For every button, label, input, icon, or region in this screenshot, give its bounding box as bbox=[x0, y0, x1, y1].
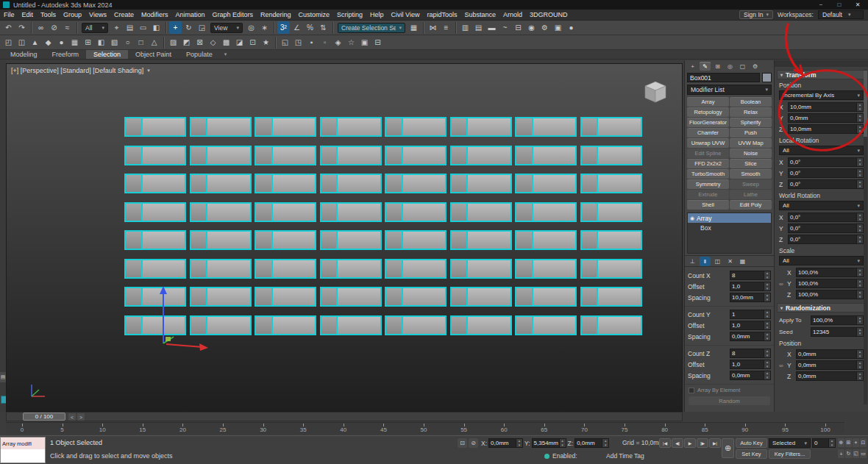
custom-tool-icon[interactable]: ▧ bbox=[108, 36, 121, 49]
array-box[interactable] bbox=[190, 146, 252, 165]
array-box[interactable] bbox=[124, 202, 186, 222]
menu-views[interactable]: Views bbox=[85, 10, 110, 20]
array-box[interactable] bbox=[515, 259, 577, 279]
bind-to-spacewarp-icon[interactable]: ≈ bbox=[61, 21, 74, 34]
z-coordinate-field[interactable]: 0,0mm▴▾ bbox=[574, 438, 609, 448]
tab-freeform[interactable]: Freeform bbox=[45, 50, 87, 59]
modifier-button-uvw-map[interactable]: UVW Map bbox=[730, 138, 772, 148]
array-box[interactable] bbox=[450, 287, 512, 307]
array-box[interactable] bbox=[515, 315, 577, 335]
array-box[interactable] bbox=[385, 174, 447, 193]
menu-scripting[interactable]: Scripting bbox=[333, 10, 366, 20]
rectangular-selection-icon[interactable]: ▭ bbox=[137, 21, 149, 34]
position-offset-y[interactable]: 0,0mm▴▾ bbox=[788, 113, 864, 123]
array-box[interactable] bbox=[255, 146, 316, 165]
spinner-icon[interactable]: ▴▾ bbox=[856, 328, 863, 336]
array-box[interactable] bbox=[580, 174, 642, 193]
tab-selection[interactable]: Selection bbox=[86, 50, 128, 59]
position-offset-z[interactable]: 10,0mm▴▾ bbox=[788, 124, 864, 134]
schematic-view-icon[interactable]: ⊟ bbox=[512, 21, 524, 34]
zoom-all-icon[interactable]: ⊞ bbox=[845, 438, 852, 447]
array-box[interactable] bbox=[385, 202, 447, 222]
y-coordinate-field[interactable]: 5,354mm▴▾ bbox=[532, 438, 566, 448]
spinner-icon[interactable]: ▴▾ bbox=[602, 439, 608, 447]
array-by-element-row[interactable]: Array By Element bbox=[685, 385, 774, 394]
menu-help[interactable]: Help bbox=[366, 10, 388, 20]
randomization-apply-to[interactable]: 100,0%▴▾ bbox=[811, 315, 864, 325]
modifier-button-noise[interactable]: Noise bbox=[730, 149, 772, 158]
custom-tool-icon[interactable]: ○ bbox=[121, 36, 134, 49]
transform-typein-icon[interactable]: ⊡ bbox=[458, 438, 467, 448]
custom-tool-icon[interactable]: ▩ bbox=[220, 36, 232, 49]
percent-snap-icon[interactable]: % bbox=[304, 21, 316, 34]
render-production-icon[interactable]: ● bbox=[565, 21, 577, 34]
show-end-result-icon[interactable]: ‖ bbox=[700, 257, 711, 266]
pan-icon[interactable]: + bbox=[838, 449, 844, 458]
menu-substance[interactable]: Substance bbox=[460, 10, 499, 20]
array-box[interactable] bbox=[450, 315, 512, 335]
stack-item-array[interactable]: ◉Array bbox=[688, 213, 771, 223]
modifier-button-lathe[interactable]: Lathe bbox=[730, 190, 772, 199]
selection-lock-icon[interactable]: ⊘ bbox=[469, 438, 478, 448]
maximize-viewport-icon[interactable]: ◱ bbox=[853, 449, 859, 458]
array-box[interactable] bbox=[255, 287, 316, 307]
ribbon-collapse-icon[interactable]: ▾ bbox=[220, 50, 232, 59]
custom-tool-icon[interactable]: □ bbox=[135, 36, 147, 49]
array-box[interactable] bbox=[190, 117, 252, 137]
x-coordinate-field[interactable]: 0,0mm▴▾ bbox=[488, 438, 523, 448]
array-box[interactable] bbox=[255, 259, 316, 279]
randomization-seed[interactable]: 12345▴▾ bbox=[811, 327, 864, 337]
sign-in-button[interactable]: Sign In ▾ bbox=[739, 10, 773, 19]
rollout-header-randomization[interactable]: ▾Randomization bbox=[777, 303, 866, 313]
array-box[interactable] bbox=[580, 315, 642, 335]
custom-tool-icon[interactable]: ▣ bbox=[358, 36, 371, 49]
auto-key-button[interactable]: Auto Key bbox=[736, 438, 767, 448]
link-axes-icon[interactable]: ∞ bbox=[779, 362, 783, 368]
render-setup-icon[interactable]: ⚙ bbox=[538, 21, 551, 34]
param-count-x[interactable]: 8▴▾ bbox=[730, 271, 771, 280]
menu-edit[interactable]: Edit bbox=[18, 10, 38, 20]
modifier-button-chamfer[interactable]: Chamfer bbox=[687, 128, 729, 138]
edit-named-selection-icon[interactable]: ▦ bbox=[408, 21, 420, 34]
custom-tool-icon[interactable]: ▪ bbox=[305, 36, 318, 49]
curve-editor-icon[interactable]: ~ bbox=[499, 21, 511, 34]
spinner-icon[interactable]: ▴▾ bbox=[856, 158, 863, 166]
world-rotation-y[interactable]: 0,0°▴▾ bbox=[788, 224, 864, 233]
modifier-button-symmetry[interactable]: Symmetry bbox=[687, 179, 729, 189]
modifier-button-smooth[interactable]: Smooth bbox=[730, 169, 772, 179]
menu-civil-view[interactable]: Civil View bbox=[388, 10, 424, 20]
randomization-position-x[interactable]: 0,0mm▴▾ bbox=[796, 349, 864, 359]
view-dropdown[interactable]: View▾ bbox=[210, 23, 243, 33]
array-box[interactable] bbox=[515, 287, 577, 307]
custom-tool-icon[interactable]: ◈ bbox=[332, 36, 344, 49]
make-unique-icon[interactable]: ◫ bbox=[712, 257, 723, 266]
param-spacing[interactable]: 10,0mm▴▾ bbox=[730, 293, 771, 302]
param-spacing[interactable]: 0,0mm▴▾ bbox=[730, 371, 771, 380]
spinner-icon[interactable]: ▴▾ bbox=[764, 321, 770, 329]
tab-object-paint[interactable]: Object Paint bbox=[128, 50, 179, 59]
modifier-button-array[interactable]: Array bbox=[687, 97, 729, 107]
array-box[interactable] bbox=[124, 174, 186, 193]
menu-modifiers[interactable]: Modifiers bbox=[138, 10, 172, 20]
move-gizmo[interactable] bbox=[146, 285, 220, 351]
custom-tool-icon[interactable]: ◇ bbox=[207, 36, 219, 49]
randomization-position-y[interactable]: 0,0mm▴▾ bbox=[796, 360, 864, 370]
custom-tool-icon[interactable]: ☆ bbox=[345, 36, 357, 49]
custom-tool-icon[interactable]: ● bbox=[55, 36, 68, 49]
spinner-icon[interactable]: ▴▾ bbox=[764, 293, 770, 301]
array-box[interactable] bbox=[515, 146, 577, 165]
menu-arnold[interactable]: Arnold bbox=[499, 10, 526, 20]
modifier-button-extrude[interactable]: Extrude bbox=[687, 190, 729, 199]
position-offset-x[interactable]: 10,0mm▴▾ bbox=[788, 102, 864, 112]
modifier-button-spherify[interactable]: Spherify bbox=[730, 118, 772, 127]
rollout-header-transform[interactable]: ▾Transform bbox=[777, 70, 866, 79]
custom-tool-icon[interactable]: ⊞ bbox=[82, 36, 94, 49]
display-tab-icon[interactable]: ▢ bbox=[737, 62, 748, 71]
custom-tool-icon[interactable]: ▲ bbox=[29, 36, 41, 49]
zoom-extents-icon[interactable]: ⌖ bbox=[853, 438, 859, 447]
world-rotation-z[interactable]: 0,0°▴▾ bbox=[788, 235, 864, 244]
array-box[interactable] bbox=[190, 174, 252, 193]
custom-tool-icon[interactable]: ◧ bbox=[95, 36, 107, 49]
spinner-icon[interactable]: ▴▾ bbox=[764, 310, 770, 318]
array-box[interactable] bbox=[255, 174, 316, 193]
